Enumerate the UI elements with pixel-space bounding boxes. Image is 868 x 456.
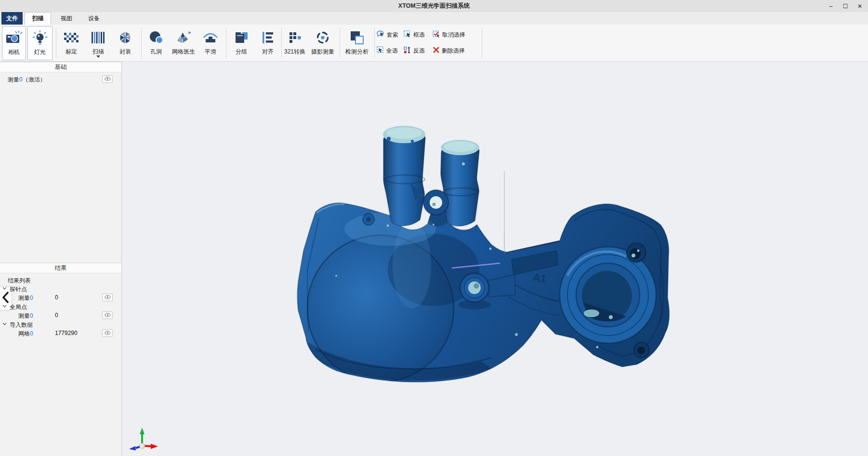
dropdown-caret-icon[interactable]: [96, 55, 100, 58]
chevron-down-icon[interactable]: [2, 322, 7, 325]
ribbon-divider: [482, 28, 482, 58]
light-label: 灯光: [34, 49, 46, 55]
mesh-doctor-label: 网格医生: [172, 49, 195, 55]
scanned-mesh-model: A1: [289, 106, 674, 386]
eye-icon: [105, 76, 111, 82]
delete-select-button[interactable]: 删除选择: [433, 45, 480, 56]
window-title: XTOM三维光学面扫描系统: [0, 0, 868, 12]
deselect-button[interactable]: 取消选择: [433, 29, 480, 40]
align-button[interactable]: 对齐: [256, 26, 280, 60]
eye-icon: [105, 330, 111, 336]
eye-icon: [105, 294, 111, 301]
wrap-button[interactable]: 封装: [112, 26, 138, 60]
hole-button[interactable]: 孔洞: [144, 26, 169, 60]
tab-scan-active[interactable]: 扫描: [25, 12, 51, 25]
align-icon: [262, 26, 274, 49]
ribbon-toolbar: 相机 灯光: [0, 25, 868, 62]
model-right-pipe: [441, 140, 479, 226]
ribbon-divider: [281, 28, 282, 58]
tab-device[interactable]: 设备: [84, 12, 104, 25]
group-icon: [234, 26, 249, 49]
box-select-button[interactable]: 框选: [404, 29, 430, 40]
tree-row-mesh[interactable]: 网格0 1779290: [0, 329, 121, 338]
select-all-button[interactable]: 全选: [377, 45, 402, 56]
visibility-toggle[interactable]: [102, 294, 113, 301]
ribbon-divider: [226, 28, 226, 58]
calibration-label: 标定: [66, 49, 77, 55]
camera-button[interactable]: 相机: [2, 26, 26, 60]
viewport-3d[interactable]: A1: [122, 62, 868, 456]
lasso-button[interactable]: 套索: [377, 29, 402, 40]
chevron-down-icon[interactable]: [2, 305, 7, 308]
mesh-doctor-button[interactable]: 网格医生: [169, 26, 198, 60]
delete-select-label: 删除选择: [442, 47, 465, 55]
calibration-button[interactable]: 标定: [58, 26, 84, 60]
light-icon: [32, 27, 48, 49]
smooth-button[interactable]: 平滑: [198, 26, 223, 60]
axis-origin: [140, 443, 145, 449]
align-label: 对齐: [262, 49, 274, 55]
box-select-label: 框选: [413, 31, 425, 39]
ribbon-divider: [374, 28, 375, 58]
application-window: XTOM三维光学面扫描系统 – ☐ ✕ 文件 扫描 视图 设备: [0, 0, 868, 456]
visibility-toggle[interactable]: [102, 329, 113, 337]
model-boss-hole: [366, 217, 371, 222]
deselect-label: 取消选择: [442, 31, 465, 39]
minimize-button[interactable]: –: [824, 0, 838, 12]
measurement-label: 测量0（激活）: [8, 76, 46, 84]
lasso-icon: [377, 30, 385, 39]
tree-group-imported-data[interactable]: 导入数据: [0, 320, 121, 330]
calibration-icon: [64, 26, 79, 49]
group-button[interactable]: 分组: [228, 26, 254, 60]
results-list-title: 结果列表: [0, 276, 121, 285]
row-label: 测量0: [18, 294, 33, 302]
group-label: 分组: [236, 49, 247, 55]
smooth-label: 平滑: [205, 49, 216, 55]
photogrammetry-icon: [316, 26, 330, 49]
y-axis-arrow: [140, 428, 145, 434]
hole-icon: [149, 26, 163, 49]
transform-321-button[interactable]: 321转换: [282, 26, 307, 60]
eye-icon: [105, 312, 111, 319]
light-button[interactable]: 灯光: [27, 26, 53, 60]
transform-321-icon: [288, 26, 302, 49]
window-controls: – ☐ ✕: [824, 0, 867, 12]
invert-select-icon: [404, 46, 411, 55]
hole-label: 孔洞: [150, 49, 162, 55]
menu-bar: 文件 扫描 视图 设备: [0, 12, 868, 25]
ribbon-divider: [141, 28, 142, 58]
maximize-button[interactable]: ☐: [838, 0, 853, 12]
basic-section-header: 基础: [0, 62, 121, 72]
visibility-toggle[interactable]: [102, 311, 113, 319]
box-select-icon: [404, 30, 411, 39]
tab-file[interactable]: 文件: [1, 12, 23, 25]
visibility-toggle[interactable]: [102, 75, 113, 83]
invert-select-button[interactable]: 反选: [404, 45, 430, 56]
row-label: 网格0: [18, 330, 33, 338]
tree-group-probe-points[interactable]: 探针点: [0, 284, 121, 294]
deselect-icon: [433, 30, 440, 39]
photogrammetry-button[interactable]: 摄影测量: [308, 26, 338, 60]
embossed-part-label: A1: [532, 271, 547, 285]
measurement-row-active[interactable]: 测量0（激活）: [0, 75, 121, 84]
scan-icon: [91, 26, 105, 49]
ribbon-divider: [56, 28, 56, 58]
tree-group-global-points[interactable]: 全局点: [0, 302, 121, 312]
side-panel: 基础 测量0（激活） 结果 结果列表: [0, 62, 122, 456]
chevron-down-icon[interactable]: [2, 287, 7, 290]
lasso-label: 套索: [387, 31, 398, 39]
photogrammetry-label: 摄影测量: [311, 49, 334, 55]
close-button[interactable]: ✕: [853, 0, 867, 12]
ribbon-divider: [340, 28, 340, 58]
tab-view[interactable]: 视图: [56, 12, 77, 25]
tree-row-measurement[interactable]: 测量0 0: [0, 311, 121, 321]
delete-select-icon: [433, 46, 440, 55]
scan-button[interactable]: 扫描: [85, 26, 111, 60]
inspect-button[interactable]: 检测分析: [341, 26, 373, 60]
row-count: 0: [55, 312, 58, 319]
selection-tools-group: 套索 框选 取消选择: [376, 25, 481, 62]
row-count: 0: [55, 294, 58, 301]
z-axis-arrow: [129, 446, 136, 451]
tree-row-measurement[interactable]: 测量0 0: [0, 293, 121, 303]
wrap-label: 封装: [119, 49, 131, 55]
